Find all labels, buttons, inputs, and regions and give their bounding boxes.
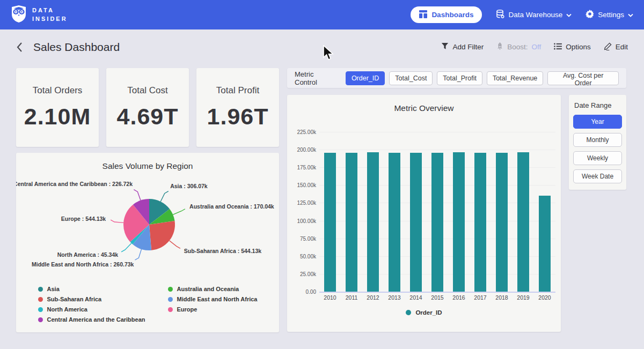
y-axis-tick-label: 200.00k xyxy=(284,147,316,153)
bar-2011[interactable] xyxy=(346,153,357,292)
brand: DATA INSIDER xyxy=(11,5,68,25)
kpi-label: Total Profit xyxy=(216,85,259,96)
x-axis-label-2010: 2010 xyxy=(319,294,341,301)
pie-label-central-america-and-the-caribbean: Central America and the Caribbean : 226.… xyxy=(16,181,133,187)
bar-2015[interactable] xyxy=(431,153,443,292)
boost-toggle[interactable]: Boost: Off xyxy=(496,42,541,52)
x-axis-label-2014: 2014 xyxy=(405,294,427,301)
x-axis-label-2019: 2019 xyxy=(513,294,534,301)
bar-2010[interactable] xyxy=(324,153,336,292)
dashboards-grid-icon xyxy=(419,10,427,20)
y-axis-tick-label: 125.00k xyxy=(284,200,316,206)
bar-2017[interactable] xyxy=(474,153,486,292)
date-range-weekly[interactable]: Weekly xyxy=(573,151,622,165)
kpi-value: 1.96T xyxy=(207,103,269,130)
kpi-label: Total Cost xyxy=(127,85,168,96)
y-axis-tick-label: 0.00 xyxy=(284,289,316,295)
pie-leader-line xyxy=(170,241,180,249)
pie-slice-sub-saharan-africa[interactable] xyxy=(149,221,175,250)
legend-item-australia-and-oceania: Australia and Oceania xyxy=(168,286,258,292)
list-icon xyxy=(554,43,562,51)
legend-dot xyxy=(406,310,411,315)
bar-2014[interactable] xyxy=(410,153,422,292)
pie-chart-card: Sales Volume by Region Asia : 306.07kAus… xyxy=(16,153,279,332)
legend-label: Middle East and North Africa xyxy=(177,296,258,302)
date-range-week-date[interactable]: Week Date xyxy=(573,169,622,183)
kpi-row: Total Orders2.10MTotal Cost4.69TTotal Pr… xyxy=(16,68,279,147)
data-warehouse-menu[interactable]: Data Warehouse xyxy=(496,10,572,20)
add-filter-button[interactable]: Add Filter xyxy=(441,42,484,51)
x-axis-label-2013: 2013 xyxy=(384,294,405,301)
bar-2013[interactable] xyxy=(389,153,400,292)
edit-button[interactable]: Edit xyxy=(604,42,628,52)
legend-label: Europe xyxy=(177,306,197,313)
filter-funnel-icon xyxy=(441,42,449,51)
date-range-panel: Date Range YearMonthlyWeeklyWeek Date xyxy=(569,95,626,190)
legend-dot xyxy=(168,287,173,292)
data-warehouse-label: Data Warehouse xyxy=(508,11,562,19)
y-axis-tick-label: 175.00k xyxy=(284,165,316,170)
pencil-icon xyxy=(604,42,612,52)
legend-dot xyxy=(168,297,173,302)
date-range-year[interactable]: Year xyxy=(573,115,622,129)
bar-x-axis-labels: 2010201120122013201420152016201720182019… xyxy=(319,294,555,301)
metric-chip-order-id[interactable]: Order_ID xyxy=(346,71,385,85)
gridline xyxy=(319,292,555,293)
legend-dot xyxy=(168,307,173,312)
owl-logo-icon xyxy=(11,5,27,25)
chevron-down-icon xyxy=(628,11,633,19)
pie-leader-line xyxy=(111,220,123,222)
brand-name: DATA INSIDER xyxy=(32,6,68,24)
bar-slot-2020 xyxy=(534,132,555,292)
date-range-monthly[interactable]: Monthly xyxy=(573,133,622,147)
bar-2020[interactable] xyxy=(539,196,551,292)
legend-item-europe: Europe xyxy=(168,306,258,313)
bar-slot-2018 xyxy=(491,132,513,292)
page-header: Sales Dashboard Add Filter Boost: Off xyxy=(0,29,644,64)
kpi-card-0: Total Orders2.10M xyxy=(16,68,99,147)
settings-menu[interactable]: Settings xyxy=(586,10,633,20)
pie-leader-line xyxy=(121,243,131,252)
x-axis-label-2020: 2020 xyxy=(534,294,555,301)
settings-label: Settings xyxy=(598,11,624,19)
bars-container xyxy=(319,132,555,292)
metric-chip-total-profit[interactable]: Total_Profit xyxy=(437,71,482,85)
pie-leader-line xyxy=(173,209,185,215)
bar-plot-area[interactable]: 225.00k200.00k175.00k150.00k125.00k100.0… xyxy=(319,132,555,292)
dashboards-button[interactable]: Dashboards xyxy=(411,6,482,23)
bar-slot-2015 xyxy=(427,132,448,292)
metric-chip-total-revenue[interactable]: Total_Revenue xyxy=(487,71,543,85)
bar-2012[interactable] xyxy=(367,152,379,292)
options-button[interactable]: Options xyxy=(554,43,591,51)
y-axis-tick-label: 75.00k xyxy=(284,236,316,242)
bar-2019[interactable] xyxy=(517,152,529,292)
kpi-value: 2.10M xyxy=(24,103,91,130)
rocket-icon xyxy=(496,42,503,52)
pie-leader-line xyxy=(160,191,169,202)
x-axis-label-2015: 2015 xyxy=(427,294,448,301)
legend-dot xyxy=(38,307,43,312)
legend-item-north-america: North America xyxy=(38,306,145,313)
metric-chip-avg-cost-per-order[interactable]: Avg. Cost per Order xyxy=(547,71,619,85)
back-button[interactable] xyxy=(16,42,23,53)
date-range-label: Date Range xyxy=(573,101,622,109)
bar-slot-2012 xyxy=(362,132,384,292)
metric-chip-total-cost[interactable]: Total_Cost xyxy=(389,71,433,85)
bar-2016[interactable] xyxy=(453,152,465,292)
legend-item-middle-east-and-north-africa: Middle East and North Africa xyxy=(168,296,258,302)
chevron-down-icon xyxy=(566,11,572,19)
pie-label-australia-and-oceania: Australia and Oceania : 170.04k xyxy=(189,203,274,210)
x-axis-label-2018: 2018 xyxy=(491,294,513,301)
pie-label-sub-saharan-africa: Sub-Saharan Africa : 544.13k xyxy=(184,248,261,254)
legend-dot xyxy=(38,317,43,322)
bar-2018[interactable] xyxy=(496,153,508,292)
pie-chart[interactable]: Asia : 306.07kAustralia and Oceania : 17… xyxy=(16,171,279,281)
pie-legend-column-1: Australia and OceaniaMiddle East and Nor… xyxy=(168,286,258,323)
bar-slot-2017 xyxy=(470,132,491,292)
kpi-card-2: Total Profit1.96T xyxy=(196,68,279,147)
bar-slot-2011 xyxy=(341,132,362,292)
x-axis-label-2016: 2016 xyxy=(448,294,470,301)
x-axis-label-2012: 2012 xyxy=(362,294,384,301)
bar-chart-legend: Order_ID xyxy=(287,309,561,316)
metric-control-label: Metric Control xyxy=(295,70,338,86)
